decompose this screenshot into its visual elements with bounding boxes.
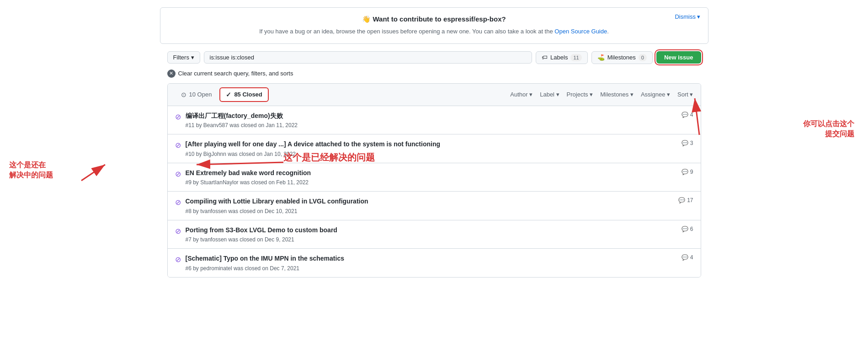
issue-item: ⊘ 编译出厂工程(factory_demo)失败 #11 by Beanv587… (168, 106, 701, 135)
new-issue-button[interactable]: New issue (656, 51, 701, 64)
open-icon: ⊙ (181, 91, 186, 98)
issue-list: ⊘ 编译出厂工程(factory_demo)失败 #11 by Beanv587… (168, 106, 701, 278)
filter-controls: Author ▾ Label ▾ Projects ▾ Milestones ▾… (510, 89, 693, 100)
right-annotation: 你可以点击这个 提交问题 (803, 119, 854, 139)
author-filter[interactable]: Author ▾ (510, 89, 533, 100)
issue-comments: 💬 17 (678, 197, 693, 203)
issue-title[interactable]: Porting from S3-Box LVGL Demo to custom … (186, 226, 337, 234)
issue-item: ⊘ EN Extremely bad wake word recognition… (168, 163, 701, 192)
search-input[interactable] (204, 51, 533, 64)
clear-search-label: Clear current search query, filters, and… (178, 70, 293, 77)
assignee-filter[interactable]: Assignee ▾ (641, 89, 670, 100)
issue-closed-icon: ⊘ (175, 112, 181, 121)
milestones-label: Milestones (607, 54, 636, 61)
comment-count: 4 (690, 254, 693, 261)
comment-count: 4 (690, 112, 693, 118)
left-annotation: 这个是还在 解决中的问题 (9, 160, 53, 181)
tab-closed[interactable]: ✓ 85 Closed (219, 87, 268, 102)
milestones-button[interactable]: ⛳ Milestones 0 (591, 51, 653, 64)
issue-meta: #9 by StuartIanNaylor was closed on Feb … (186, 179, 674, 186)
comment-count: 3 (690, 140, 693, 146)
milestones-count: 0 (639, 54, 647, 61)
issue-meta: #7 by tvanfossen was closed on Dec 9, 20… (186, 236, 674, 243)
comment-icon: 💬 (682, 254, 688, 261)
contribute-banner: Dismiss ▾ 👋 Want to contribute to espres… (160, 7, 708, 44)
issue-title[interactable]: 编译出厂工程(factory_demo)失败 (186, 112, 283, 119)
tab-open[interactable]: ⊙ 10 Open (175, 87, 218, 102)
issue-meta: #11 by Beanv587 was closed on Jan 11, 20… (186, 122, 674, 128)
open-source-guide-link[interactable]: Open Source Guide (554, 28, 607, 35)
milestone-icon: ⛳ (597, 54, 605, 61)
issue-comments: 💬 4 (682, 254, 693, 261)
issue-meta: #6 by pedrominatel was closed on Dec 7, … (186, 265, 674, 272)
filter-row: Filters ▾ 🏷 Labels 11 ⛳ Milestones 0 New… (167, 51, 701, 64)
issue-content: 编译出厂工程(factory_demo)失败 #11 by Beanv587 w… (186, 112, 674, 129)
comment-count: 17 (687, 197, 693, 203)
clear-search-icon[interactable]: ✕ (167, 69, 176, 78)
issue-comments: 💬 9 (682, 169, 693, 175)
issue-item: ⊘ [After playing well for one day ...] A… (168, 134, 701, 163)
issue-meta: #8 by tvanfossen was closed on Dec 10, 2… (186, 208, 671, 214)
comment-icon: 💬 (682, 140, 688, 146)
issue-closed-icon: ⊘ (175, 170, 181, 178)
labels-count: 11 (570, 54, 581, 61)
issue-content: [Schematic] Typo on the IMU MPN in the s… (186, 254, 674, 272)
page-wrapper: Dismiss ▾ 👋 Want to contribute to espres… (0, 0, 868, 342)
issue-comments: 💬 6 (682, 226, 693, 232)
issue-comments: 💬 4 (682, 112, 693, 118)
issue-content: Porting from S3-Box LVGL Demo to custom … (186, 226, 674, 243)
comment-icon: 💬 (682, 169, 688, 175)
banner-title: 👋 Want to contribute to espressif/esp-bo… (170, 15, 699, 23)
issue-closed-icon: ⊘ (175, 198, 181, 207)
labels-button[interactable]: 🏷 Labels 11 (536, 51, 588, 64)
comment-icon: 💬 (682, 226, 688, 232)
tab-open-label: 10 Open (189, 91, 212, 98)
tab-closed-label: 85 Closed (234, 91, 262, 98)
projects-filter[interactable]: Projects ▾ (567, 89, 593, 100)
issue-content: Compiling with Lottie Library enabled in… (186, 197, 671, 214)
dismiss-button[interactable]: Dismiss ▾ (675, 13, 700, 20)
issue-closed-icon: ⊘ (175, 141, 181, 150)
comment-count: 9 (690, 169, 693, 175)
comment-count: 6 (690, 226, 693, 232)
issue-closed-icon: ⊘ (175, 227, 181, 235)
issue-title[interactable]: [After playing well for one day ...] A d… (186, 140, 440, 148)
issue-comments: 💬 3 (682, 140, 693, 146)
clear-search-bar: ✕ Clear current search query, filters, a… (167, 69, 701, 78)
main-content: Filters ▾ 🏷 Labels 11 ⛳ Milestones 0 New… (160, 51, 708, 278)
labels-label: Labels (550, 54, 568, 61)
closed-icon: ✓ (226, 91, 231, 98)
issues-container: ⊙ 10 Open ✓ 85 Closed Author ▾ Label ▾ P… (167, 83, 701, 278)
banner-emoji: 👋 (362, 15, 371, 23)
issue-meta: #10 by BigJohnn was closed on Jan 10, 20… (186, 151, 674, 157)
issue-item: ⊘ Porting from S3-Box LVGL Demo to custo… (168, 220, 701, 249)
issue-title[interactable]: Compiling with Lottie Library enabled in… (186, 198, 368, 205)
issue-item: ⊘ [Schematic] Typo on the IMU MPN in the… (168, 249, 701, 277)
comment-icon: 💬 (682, 112, 688, 118)
issue-title[interactable]: [Schematic] Typo on the IMU MPN in the s… (186, 255, 344, 262)
sort-filter[interactable]: Sort ▾ (677, 89, 693, 100)
issue-content: [After playing well for one day ...] A d… (186, 140, 674, 157)
search-input-wrapper (204, 51, 533, 64)
issue-closed-icon: ⊘ (175, 255, 181, 264)
issue-title[interactable]: EN Extremely bad wake word recognition (186, 169, 311, 176)
tab-group: ⊙ 10 Open ✓ 85 Closed (175, 87, 511, 102)
issue-item: ⊘ Compiling with Lottie Library enabled … (168, 192, 701, 220)
filters-button[interactable]: Filters ▾ (167, 51, 200, 64)
label-icon: 🏷 (542, 54, 548, 61)
comment-icon: 💬 (678, 197, 685, 203)
label-filter[interactable]: Label ▾ (540, 89, 559, 100)
milestones-filter[interactable]: Milestones ▾ (600, 89, 634, 100)
banner-description: If you have a bug or an idea, browse the… (170, 27, 699, 36)
issue-content: EN Extremely bad wake word recognition #… (186, 169, 674, 186)
banner-title-text: Want to contribute to espressif/esp-box? (373, 15, 506, 23)
issues-tab-bar: ⊙ 10 Open ✓ 85 Closed Author ▾ Label ▾ P… (168, 84, 701, 106)
